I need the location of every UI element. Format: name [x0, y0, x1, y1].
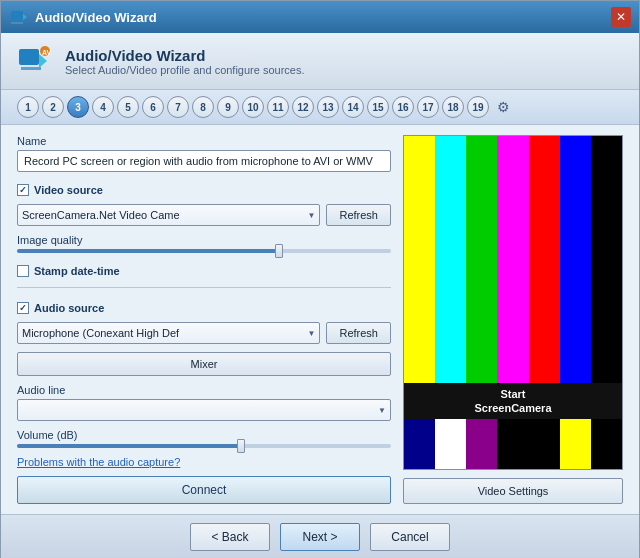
main-window: Audio/Video Wizard ✕ AV Audio/Video Wiza… [0, 0, 640, 558]
main-content: Name Video source ScreenCamera.Net Video… [1, 125, 639, 514]
svg-rect-0 [11, 11, 23, 20]
svg-marker-4 [39, 54, 47, 68]
audio-source-value: Microphone (Conexant High Def [22, 327, 179, 339]
audio-line-dropdown[interactable]: ▼ [17, 399, 391, 421]
step-1[interactable]: 1 [17, 96, 39, 118]
svg-text:AV: AV [42, 49, 52, 56]
color-bars-bottom [404, 419, 622, 469]
bar2-darkblue [404, 419, 435, 469]
header-area: AV Audio/Video Wizard Select Audio/Video… [1, 33, 639, 90]
audio-source-header: Audio source [17, 302, 391, 314]
name-input[interactable] [17, 150, 391, 172]
step-10[interactable]: 10 [242, 96, 264, 118]
svg-marker-1 [23, 14, 27, 20]
volume-thumb[interactable] [237, 439, 245, 453]
step-12[interactable]: 12 [292, 96, 314, 118]
step-17[interactable]: 17 [417, 96, 439, 118]
title-bar: Audio/Video Wizard ✕ [1, 1, 639, 33]
volume-group: Volume (dB) [17, 429, 391, 448]
divider1 [17, 287, 391, 288]
video-settings-button[interactable]: Video Settings [403, 478, 623, 504]
video-text-line2: ScreenCamera [474, 402, 551, 414]
video-text-line1: Start [500, 388, 525, 400]
step-13[interactable]: 13 [317, 96, 339, 118]
wizard-icon: AV [17, 43, 53, 79]
video-source-checkbox[interactable] [17, 184, 29, 196]
name-group: Name [17, 135, 391, 172]
stamp-checkbox[interactable] [17, 265, 29, 277]
bar-black [591, 136, 622, 383]
step-4[interactable]: 4 [92, 96, 114, 118]
video-source-header: Video source [17, 184, 391, 196]
image-quality-group: Image quality [17, 234, 391, 253]
step-15[interactable]: 15 [367, 96, 389, 118]
steps-bar: 1 2 3 4 5 6 7 8 9 10 11 12 13 14 15 16 1… [1, 90, 639, 125]
connect-button[interactable]: Connect [17, 476, 391, 504]
step-7[interactable]: 7 [167, 96, 189, 118]
app-icon [9, 7, 29, 27]
title-bar-left: Audio/Video Wizard [9, 7, 157, 27]
video-source-value: ScreenCamera.Net Video Came [22, 209, 180, 221]
bar-cyan [435, 136, 466, 383]
window-title: Audio/Video Wizard [35, 10, 157, 25]
step-11[interactable]: 11 [267, 96, 289, 118]
video-source-row: ScreenCamera.Net Video Came ▼ Refresh [17, 204, 391, 226]
color-bars-top [404, 136, 622, 383]
volume-fill [17, 444, 241, 448]
audio-source-row: Microphone (Conexant High Def ▼ Refresh [17, 322, 391, 344]
audio-source-label: Audio source [34, 302, 104, 314]
audio-dropdown-arrow: ▼ [308, 329, 316, 338]
step-2[interactable]: 2 [42, 96, 64, 118]
volume-track[interactable] [17, 444, 391, 448]
bar2-purple [466, 419, 497, 469]
bar-red [529, 136, 560, 383]
svg-rect-3 [19, 49, 39, 65]
step-8[interactable]: 8 [192, 96, 214, 118]
back-button[interactable]: < Back [190, 523, 270, 551]
audio-line-row: ▼ [17, 399, 391, 421]
bar2-yellow2 [560, 419, 591, 469]
audio-line-group: Audio line ▼ [17, 384, 391, 421]
audio-source-dropdown[interactable]: Microphone (Conexant High Def ▼ [17, 322, 320, 344]
step-3[interactable]: 3 [67, 96, 89, 118]
left-panel: Name Video source ScreenCamera.Net Video… [17, 135, 391, 504]
footer: < Back Next > Cancel [1, 514, 639, 558]
step-16[interactable]: 16 [392, 96, 414, 118]
video-dropdown-arrow: ▼ [308, 211, 316, 220]
close-button[interactable]: ✕ [611, 7, 631, 27]
settings-icon[interactable]: ⚙ [492, 96, 514, 118]
audio-line-arrow: ▼ [378, 406, 386, 415]
refresh-audio-button[interactable]: Refresh [326, 322, 391, 344]
step-9[interactable]: 9 [217, 96, 239, 118]
audio-source-checkbox[interactable] [17, 302, 29, 314]
image-quality-track[interactable] [17, 249, 391, 253]
right-panel: Start ScreenCamera Video Settings [403, 135, 623, 504]
step-6[interactable]: 6 [142, 96, 164, 118]
header-title: Audio/Video Wizard [65, 47, 305, 64]
svg-rect-2 [11, 22, 23, 24]
svg-rect-5 [21, 67, 41, 70]
bar-magenta [497, 136, 528, 383]
step-14[interactable]: 14 [342, 96, 364, 118]
image-quality-fill [17, 249, 279, 253]
bar2-white [435, 419, 466, 469]
next-button[interactable]: Next > [280, 523, 360, 551]
step-5[interactable]: 5 [117, 96, 139, 118]
refresh-video-button[interactable]: Refresh [326, 204, 391, 226]
problems-link[interactable]: Problems with the audio capture? [17, 456, 391, 468]
bar-green [466, 136, 497, 383]
stamp-label: Stamp date-time [34, 265, 120, 277]
video-source-dropdown[interactable]: ScreenCamera.Net Video Came ▼ [17, 204, 320, 226]
step-18[interactable]: 18 [442, 96, 464, 118]
stamp-header: Stamp date-time [17, 265, 391, 277]
bar2-black [497, 419, 559, 469]
volume-label: Volume (dB) [17, 429, 391, 441]
mixer-button[interactable]: Mixer [17, 352, 391, 376]
header-subtitle: Select Audio/Video profile and configure… [65, 64, 305, 76]
step-19[interactable]: 19 [467, 96, 489, 118]
cancel-button[interactable]: Cancel [370, 523, 450, 551]
video-source-label: Video source [34, 184, 103, 196]
name-label: Name [17, 135, 391, 147]
header-text: Audio/Video Wizard Select Audio/Video pr… [65, 47, 305, 76]
image-quality-thumb[interactable] [275, 244, 283, 258]
